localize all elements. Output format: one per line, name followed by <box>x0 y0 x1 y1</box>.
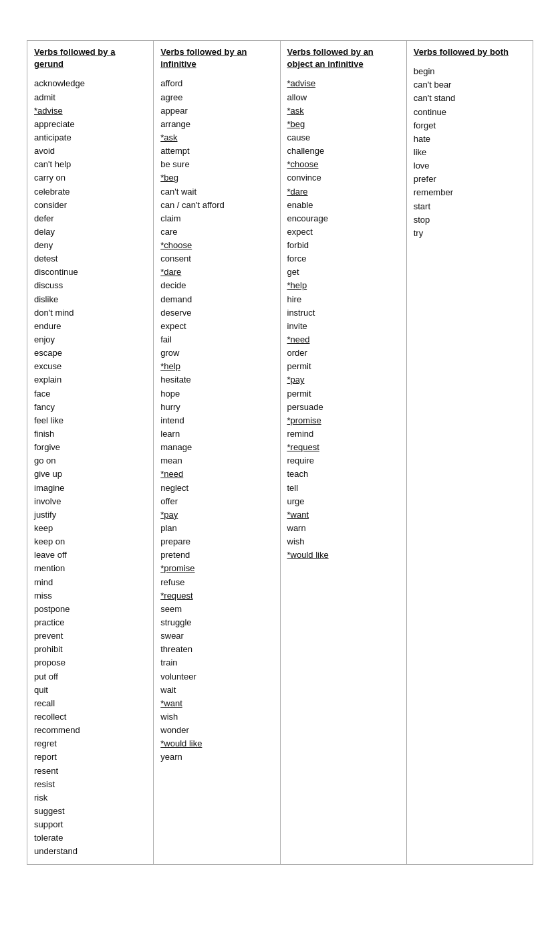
word-item: don't mind <box>34 306 146 320</box>
word-item: feel like <box>34 414 146 427</box>
word-item: start <box>414 200 526 213</box>
word-item: hire <box>287 293 400 306</box>
word-item: discuss <box>34 279 146 292</box>
verb-table: Verbs followed by a gerundacknowledgeadm… <box>27 40 533 865</box>
word-item: *want <box>160 697 273 710</box>
word-item: expect <box>287 225 400 239</box>
word-item: agree <box>160 91 273 104</box>
word-item: keep on <box>34 535 146 548</box>
column-both: Verbs followed by bothbegincan't bearcan… <box>407 41 533 864</box>
word-item: keep <box>34 522 146 535</box>
word-item: *pay <box>287 373 400 387</box>
word-item: can / can't afford <box>160 199 273 212</box>
word-item: *promise <box>160 562 273 575</box>
word-item: manage <box>160 441 273 454</box>
word-item: finish <box>34 427 146 441</box>
word-item: arrange <box>160 118 273 131</box>
word-item: care <box>160 225 273 239</box>
word-item: force <box>287 252 400 266</box>
word-item: *choose <box>160 239 273 252</box>
word-item: learn <box>160 427 273 441</box>
word-item: *ask <box>287 104 400 118</box>
word-item: convince <box>287 171 400 185</box>
word-item: grow <box>160 346 273 360</box>
word-item: acknowledge <box>34 77 146 90</box>
word-item: put off <box>34 670 146 684</box>
word-item: hope <box>160 387 273 401</box>
word-item: forgive <box>34 441 146 454</box>
word-item: get <box>287 266 400 279</box>
word-item: remind <box>287 427 400 441</box>
word-item: support <box>34 818 146 831</box>
column-infinitive: Verbs followed by an infinitiveaffordagr… <box>154 41 280 864</box>
word-item: prepare <box>160 535 273 548</box>
word-item: discontinue <box>34 266 146 279</box>
word-item: *beg <box>160 171 273 185</box>
word-item: miss <box>34 589 146 603</box>
word-item: love <box>414 159 526 173</box>
word-item: seem <box>160 603 273 616</box>
word-item: excuse <box>34 360 146 373</box>
word-item: be sure <box>160 158 273 171</box>
word-item: remember <box>414 186 526 199</box>
word-item: give up <box>34 468 146 481</box>
word-item: appreciate <box>34 118 146 131</box>
column-header-object-infinitive: Verbs followed by an object an infinitiv… <box>287 46 400 70</box>
word-item: *choose <box>287 158 400 171</box>
word-item: instruct <box>287 306 400 320</box>
word-item: wait <box>160 684 273 697</box>
word-item: *request <box>287 441 400 454</box>
word-item: try <box>414 227 526 240</box>
word-item: *request <box>160 589 273 603</box>
word-item: justify <box>34 508 146 522</box>
word-item: endure <box>34 320 146 333</box>
word-item: prohibit <box>34 643 146 656</box>
word-item: *need <box>160 468 273 481</box>
word-item: go on <box>34 454 146 468</box>
word-item: hurry <box>160 401 273 414</box>
word-item: imagine <box>34 482 146 495</box>
column-header-gerund: Verbs followed by a gerund <box>34 46 146 70</box>
word-item: permit <box>287 360 400 373</box>
word-item: can't wait <box>160 185 273 199</box>
word-item: recollect <box>34 710 146 724</box>
word-item: escape <box>34 346 146 360</box>
word-item: prevent <box>34 629 146 643</box>
word-item: practice <box>34 616 146 629</box>
word-item: avoid <box>34 144 146 158</box>
word-item: appear <box>160 104 273 118</box>
word-item: resent <box>34 764 146 778</box>
word-item: persuade <box>287 401 400 414</box>
word-item: invite <box>287 320 400 333</box>
word-item: intend <box>160 414 273 427</box>
word-item: wonder <box>160 724 273 737</box>
word-item: *would like <box>287 548 400 562</box>
word-item: pretend <box>160 548 273 562</box>
word-item: tell <box>287 482 400 495</box>
word-item: dislike <box>34 293 146 306</box>
word-item: explain <box>34 373 146 387</box>
word-item: *promise <box>287 414 400 427</box>
column-gerund: Verbs followed by a gerundacknowledgeadm… <box>27 41 154 864</box>
word-item: warn <box>287 522 400 535</box>
word-item: neglect <box>160 482 273 495</box>
word-item: mean <box>160 454 273 468</box>
word-item: *would like <box>160 737 273 750</box>
word-item: propose <box>34 656 146 669</box>
word-item: wish <box>160 710 273 724</box>
word-item: mind <box>34 576 146 589</box>
word-item: detest <box>34 252 146 266</box>
word-item: tolerate <box>34 831 146 845</box>
word-item: train <box>160 656 273 669</box>
word-item: afford <box>160 77 273 90</box>
word-item: cause <box>287 131 400 144</box>
word-item: delay <box>34 225 146 239</box>
word-item: threaten <box>160 643 273 656</box>
word-item: prefer <box>414 173 526 186</box>
word-item: wish <box>287 535 400 548</box>
word-item: volunteer <box>160 670 273 684</box>
word-item: resist <box>34 778 146 791</box>
word-item: claim <box>160 212 273 225</box>
word-item: can't stand <box>414 92 526 105</box>
word-item: refuse <box>160 576 273 589</box>
